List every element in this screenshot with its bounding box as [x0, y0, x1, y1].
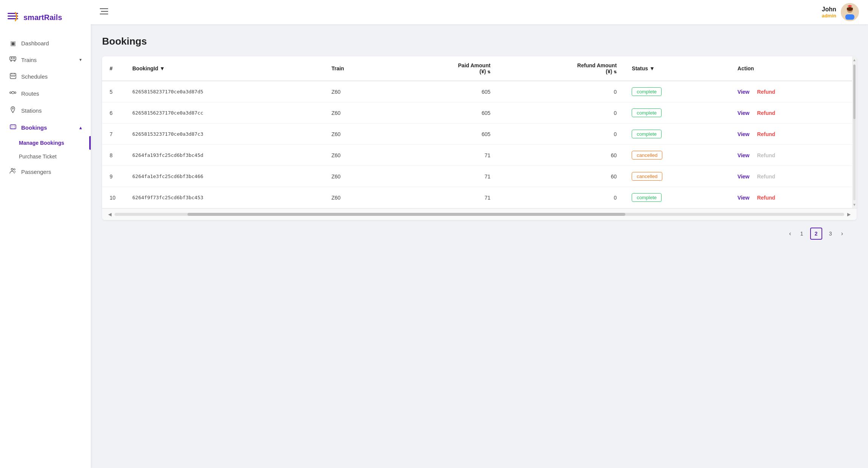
page-1-button[interactable]: 1 [796, 228, 808, 240]
stations-icon [9, 106, 17, 115]
table-body: 5 62658158237170ce0a3d87d5 Z60 605 0 com… [102, 81, 852, 208]
view-button[interactable]: View [738, 195, 750, 201]
svg-rect-13 [11, 76, 12, 77]
routes-icon [9, 90, 17, 97]
sidebar-item-dashboard[interactable]: ▣ Dashboard [0, 35, 91, 51]
status-badge: complete [632, 193, 662, 202]
status-badge: cancelled [632, 151, 662, 160]
col-action: Action [730, 56, 852, 81]
cell-booking-id: 62658153237170ce0a3d87c3 [125, 124, 324, 145]
horizontal-scrollbar-row: ◀ ▶ [102, 208, 857, 220]
svg-rect-29 [847, 8, 853, 9]
cell-refund-amount: 0 [498, 124, 624, 145]
cell-booking-id: 62658158237170ce0a3d87d5 [125, 81, 324, 102]
bookings-table-container: # BookingId ▼ Train Paid Amount(¥) ⇅ [102, 56, 857, 220]
h-scroll-thumb [188, 213, 625, 216]
cell-action: View Refund [730, 145, 852, 166]
table-wrapper: # BookingId ▼ Train Paid Amount(¥) ⇅ [102, 56, 857, 208]
vertical-scrollbar[interactable]: ▲ ▼ [852, 56, 857, 208]
user-area: John admin [822, 3, 859, 21]
view-button[interactable]: View [738, 89, 750, 95]
view-button[interactable]: View [738, 110, 750, 116]
menu-toggle-button[interactable] [100, 8, 108, 17]
main-content: John admin Bookings [91, 0, 868, 468]
cell-paid-amount: 605 [388, 124, 498, 145]
sidebar-item-routes[interactable]: Routes [0, 85, 91, 102]
status-filter-icon[interactable]: ▼ [649, 65, 655, 71]
sidebar-label-routes: Routes [21, 90, 39, 97]
table-scroll[interactable]: # BookingId ▼ Train Paid Amount(¥) ⇅ [102, 56, 852, 208]
cell-train: Z60 [324, 145, 388, 166]
cell-status: complete [624, 124, 730, 145]
refund-amount-sort-icon[interactable]: ⇅ [614, 70, 617, 74]
cell-action: View Refund [730, 187, 852, 208]
refund-button[interactable]: Refund [757, 195, 775, 201]
cell-action: View Refund [730, 124, 852, 145]
scroll-down-arrow[interactable]: ▼ [852, 203, 856, 207]
scroll-up-arrow[interactable]: ▲ [852, 58, 856, 62]
refund-button[interactable]: Refund [757, 89, 775, 95]
view-button[interactable]: View [738, 152, 750, 158]
cell-refund-amount: 0 [498, 102, 624, 124]
sidebar-sub-label-purchase-ticket: Purchase Ticket [19, 153, 57, 160]
svg-rect-14 [12, 76, 13, 77]
cell-refund-amount: 60 [498, 145, 624, 166]
user-role: admin [822, 13, 836, 19]
table-row: 6 62658156237170ce0a3d87cc Z60 605 0 com… [102, 102, 852, 124]
table-row: 7 62658153237170ce0a3d87c3 Z60 605 0 com… [102, 124, 852, 145]
sidebar-item-trains[interactable]: Trains ▾ [0, 51, 91, 68]
paid-amount-sort-icon[interactable]: ⇅ [487, 70, 490, 74]
logo: smartRails [8, 11, 83, 24]
sidebar-sub-manage-bookings[interactable]: Manage Bookings [0, 136, 91, 150]
view-button[interactable]: View [738, 174, 750, 180]
sidebar-label-trains: Trains [21, 57, 37, 63]
scroll-thumb [853, 65, 856, 119]
cell-action: View Refund [730, 81, 852, 102]
scroll-right-arrow[interactable]: ▶ [847, 212, 851, 217]
cell-train: Z60 [324, 124, 388, 145]
sidebar-item-schedules[interactable]: Schedules [0, 68, 91, 85]
svg-rect-27 [845, 14, 854, 20]
passengers-icon [9, 168, 17, 175]
col-refund-amount: Refund Amount(¥) ⇅ [498, 56, 624, 81]
bookings-chevron: ▴ [79, 125, 82, 130]
content-area: Bookings # BookingId ▼ Train [91, 24, 868, 468]
cell-status: cancelled [624, 166, 730, 187]
col-booking-id: BookingId ▼ [125, 56, 324, 81]
user-info: John admin [822, 6, 836, 19]
page-3-button[interactable]: 3 [825, 228, 837, 240]
col-paid-amount: Paid Amount(¥) ⇅ [388, 56, 498, 81]
sidebar-item-bookings[interactable]: Bookings ▴ [0, 119, 91, 136]
table-row: 5 62658158237170ce0a3d87d5 Z60 605 0 com… [102, 81, 852, 102]
prev-page-button[interactable]: ‹ [787, 229, 793, 239]
sidebar-label-stations: Stations [21, 107, 42, 114]
scroll-left-arrow[interactable]: ◀ [108, 212, 112, 217]
sidebar-sub-label-manage-bookings: Manage Bookings [19, 140, 64, 146]
refund-button[interactable]: Refund [757, 131, 775, 137]
refund-button[interactable]: Refund [757, 110, 775, 116]
page-title: Bookings [102, 36, 857, 47]
sidebar-item-passengers[interactable]: Passengers [0, 163, 91, 180]
svg-point-18 [12, 108, 14, 109]
cell-num: 9 [102, 166, 125, 187]
cell-train: Z60 [324, 102, 388, 124]
booking-id-filter-icon[interactable]: ▼ [160, 65, 165, 71]
sidebar-sub-purchase-ticket[interactable]: Purchase Ticket [0, 150, 91, 163]
cell-booking-id: 6264fa193fc25cd6bf3bc45d [125, 145, 324, 166]
view-button[interactable]: View [738, 131, 750, 137]
table-row: 9 6264fa1e3fc25cd6bf3bc466 Z60 71 60 can… [102, 166, 852, 187]
bookings-icon [9, 124, 17, 132]
sidebar-label-schedules: Schedules [21, 73, 48, 80]
page-2-button[interactable]: 2 [810, 228, 822, 240]
cell-train: Z60 [324, 187, 388, 208]
sidebar-item-stations[interactable]: Stations [0, 102, 91, 119]
cell-paid-amount: 71 [388, 187, 498, 208]
table-header-row: # BookingId ▼ Train Paid Amount(¥) ⇅ [102, 56, 852, 81]
sidebar: smartRails ▣ Dashboard Trains ▾ [0, 0, 91, 468]
cell-action: View Refund [730, 166, 852, 187]
col-status: Status ▼ [624, 56, 730, 81]
next-page-button[interactable]: › [839, 229, 845, 239]
scroll-track [853, 64, 856, 200]
user-name: John [822, 6, 836, 13]
schedules-icon [9, 73, 17, 81]
